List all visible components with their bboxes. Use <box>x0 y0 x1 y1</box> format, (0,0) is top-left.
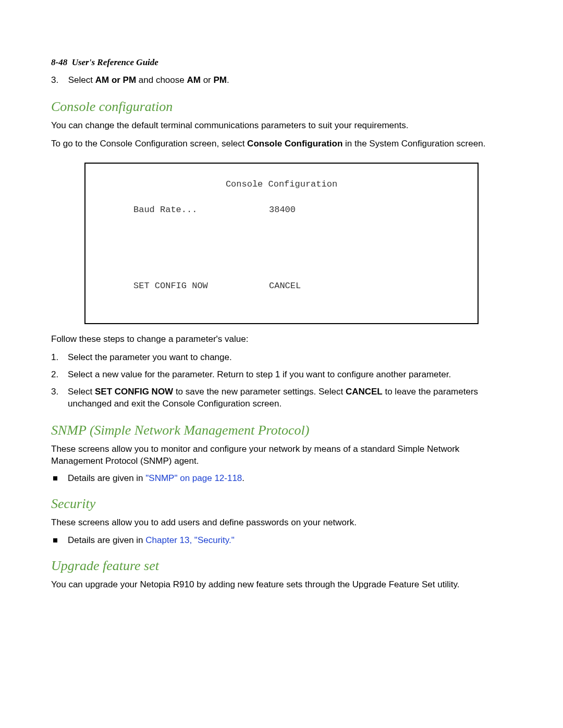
terminal-actions: SET CONFIG NOW CANCEL <box>101 281 462 291</box>
step-text: Select SET CONFIG NOW to save the new pa… <box>68 386 512 410</box>
baud-rate-value: 38400 <box>269 205 296 215</box>
step-item: 1. Select the parameter you want to chan… <box>51 352 512 364</box>
cancel-label: CANCEL <box>269 281 301 291</box>
console-para-1: You can change the default terminal comm… <box>51 120 512 132</box>
heading-console-configuration: Console configuration <box>51 99 512 115</box>
bullet-text: Details are given in Chapter 13, "Securi… <box>68 535 235 546</box>
snmp-bullets: Details are given in "SNMP" on page 12-1… <box>51 473 512 484</box>
security-link[interactable]: Chapter 13, "Security." <box>145 535 235 545</box>
step3b-b1: SET CONFIG NOW <box>95 387 173 397</box>
terminal-screenshot: Console Configuration Baud Rate... 38400… <box>84 163 479 324</box>
document-page: 8-48 User's Reference Guide 3. Select AM… <box>0 0 563 728</box>
step-item: 2. Select a new value for the parameter.… <box>51 369 512 381</box>
para2-post: in the System Configuration screen. <box>342 139 485 149</box>
step-number: 2. <box>51 369 68 381</box>
step3b-b2: CANCEL <box>346 387 383 397</box>
page-header: 8-48 User's Reference Guide <box>51 57 512 68</box>
bullet-pre: Details are given in <box>68 473 145 483</box>
set-config-now-label: SET CONFIG NOW <box>133 281 269 291</box>
bullet-item: Details are given in "SNMP" on page 12-1… <box>51 473 512 484</box>
step-bold-2: AM <box>187 75 200 85</box>
security-para: These screens allow you to add users and… <box>51 517 512 529</box>
upgrade-para: You can upgrade your Netopia R910 by add… <box>51 579 512 591</box>
step-text-prefix: Select <box>68 75 95 85</box>
step-bold-1: AM or PM <box>95 75 136 85</box>
bullet-text: Details are given in "SNMP" on page 12-1… <box>68 473 244 484</box>
heading-snmp: SNMP (Simple Network Management Protocol… <box>51 423 512 438</box>
terminal-baud-row: Baud Rate... 38400 <box>133 205 462 215</box>
guide-title: User's Reference Guide <box>72 57 158 67</box>
follow-intro: Follow these steps to change a parameter… <box>51 334 512 346</box>
bullet-pre: Details are given in <box>68 535 145 545</box>
step-number: 3. <box>51 386 68 410</box>
step3b-pre: Select <box>68 387 95 397</box>
console-para-2: To go to the Console Configuration scree… <box>51 138 512 150</box>
bullet-post: . <box>242 473 244 483</box>
page-ref: 8-48 <box>51 57 67 67</box>
square-bullet-icon <box>53 476 57 480</box>
baud-rate-label: Baud Rate... <box>133 205 269 215</box>
step-text: Select a new value for the parameter. Re… <box>68 369 512 381</box>
steps-list: 1. Select the parameter you want to chan… <box>51 352 512 410</box>
para2-bold: Console Configuration <box>247 139 342 149</box>
step-text: Select the parameter you want to change. <box>68 352 512 364</box>
square-bullet-icon <box>53 538 57 542</box>
intro-step-3: 3. Select AM or PM and choose AM or PM. <box>51 75 512 85</box>
step-item: 3. Select SET CONFIG NOW to save the new… <box>51 386 512 410</box>
heading-security: Security <box>51 496 512 512</box>
snmp-para: These screens allow you to monitor and c… <box>51 443 512 467</box>
heading-upgrade: Upgrade feature set <box>51 558 512 574</box>
bullet-item: Details are given in Chapter 13, "Securi… <box>51 535 512 546</box>
terminal-title: Console Configuration <box>101 179 462 189</box>
snmp-link[interactable]: "SNMP" on page 12-118 <box>145 473 242 483</box>
step-text-end: . <box>227 75 229 85</box>
security-bullets: Details are given in Chapter 13, "Securi… <box>51 535 512 546</box>
step-number: 1. <box>51 352 68 364</box>
step3b-mid: to save the new parameter settings. Sele… <box>173 387 346 397</box>
step-text-or: or <box>201 75 214 85</box>
step-text-mid: and choose <box>136 75 187 85</box>
para2-pre: To go to the Console Configuration scree… <box>51 139 247 149</box>
step-bold-3: PM <box>213 75 227 85</box>
step-number: 3. <box>51 75 66 85</box>
